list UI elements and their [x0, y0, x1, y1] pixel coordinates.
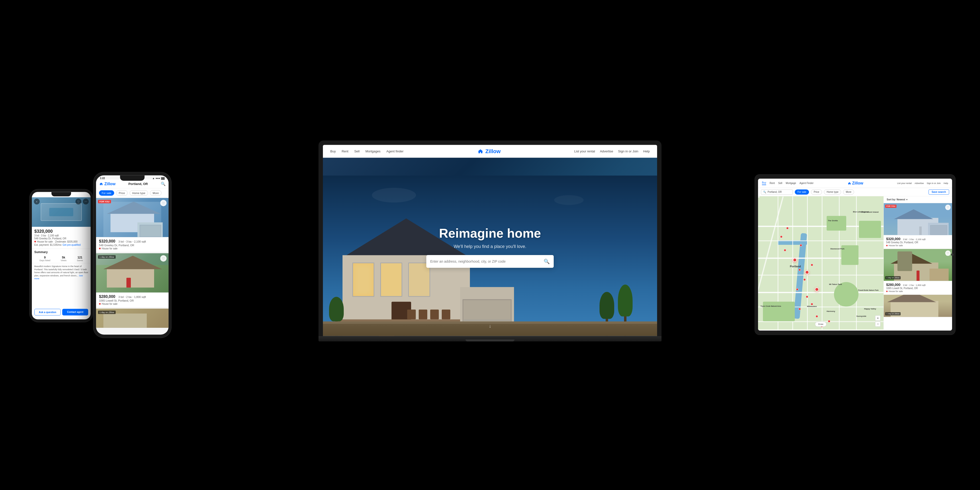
tablet-status-dot-1: [886, 245, 888, 246]
tablet-listing-1[interactable]: FOR YOU ♡ $320,000 3 bd · 3 ba ·: [884, 203, 952, 249]
ps-contact-agent-button[interactable]: Contact agent: [62, 309, 88, 315]
map-pin-10[interactable]: [811, 303, 813, 305]
map-pin-4[interactable]: [800, 244, 802, 247]
map-pin-featured[interactable]: [793, 258, 797, 262]
map-pin-featured-3[interactable]: [815, 287, 819, 291]
park-3: [834, 282, 859, 307]
tablet-listing-2-save[interactable]: ♡: [945, 250, 951, 256]
map-pin-5[interactable]: [799, 269, 801, 271]
laptop-hero-subtitle: We'll help you find a place you'll love.: [426, 244, 554, 249]
park-4: [763, 302, 795, 321]
laptop-device: Buy Rent Sell Mortgages Agent finder Zil…: [318, 141, 662, 342]
ps-prequalify[interactable]: Get pre-qualified: [62, 243, 81, 246]
tablet-nav-sell[interactable]: Sell: [778, 182, 782, 185]
map-pin-12[interactable]: [816, 315, 818, 318]
laptop-nav-buy[interactable]: Buy: [330, 150, 336, 153]
phone-large-filter-home-type[interactable]: Home type: [130, 190, 148, 196]
phone-large-filter-more[interactable]: More: [150, 190, 161, 196]
tablet-filter-bar: 🔍 Portland, OR For sale Price Home type …: [758, 188, 952, 196]
laptop-nav-mortgages[interactable]: Mortgages: [366, 150, 380, 153]
tablet-map-zoom-in[interactable]: +: [875, 315, 881, 321]
tablet-logo-icon: [848, 182, 851, 185]
map-pin-11[interactable]: [799, 308, 801, 310]
phone-large-card-1-badge: FOR YOU: [98, 200, 111, 204]
phone-large-card-1-save[interactable]: ♡: [160, 200, 167, 206]
ps-heart-button[interactable]: ♡: [75, 199, 81, 205]
tablet-listing-2-info: $280,000 3 bd · 2 ba · 1,800 sqft 1065 L…: [884, 281, 952, 294]
tablet-search-box[interactable]: 🔍 Portland, OR: [761, 189, 793, 194]
laptop-nav-sell[interactable]: Sell: [354, 150, 360, 153]
laptop-nav-right: List your rental Advertise Sign in or Jo…: [574, 150, 650, 153]
tablet-status-dot-2: [886, 291, 888, 292]
tablet-zillow-logo[interactable]: Zillow: [848, 181, 863, 186]
tablet-nav-signin[interactable]: Sign in or Join: [927, 182, 940, 185]
search-icon[interactable]: 🔍: [544, 258, 550, 264]
map-label-blue-lake: Blue Lake Regional: [853, 211, 869, 213]
map-label-portland: Portland: [790, 265, 801, 268]
map-pin-8[interactable]: [796, 288, 799, 291]
phone-large-filter-price[interactable]: Price: [116, 190, 128, 196]
phone-large-card-1-status: House for sale: [99, 247, 165, 250]
laptop-nav-signin[interactable]: Sign in or Join: [618, 150, 638, 153]
tablet-listing-3[interactable]: 1 day on Zillow: [884, 295, 952, 317]
phone-large-outer: 1:22 ▲ ●●● ▓▓ Zillow Portland: [93, 172, 172, 338]
map-pin-3[interactable]: [784, 249, 786, 251]
tablet-listing-1-save[interactable]: ♡: [945, 205, 951, 210]
laptop-search-input[interactable]: [430, 259, 544, 263]
map-pin-6[interactable]: [811, 264, 813, 266]
phone-large-card-3[interactable]: 1 day on Zillow: [96, 309, 169, 328]
tablet-listing-2[interactable]: 1 day on Zillow ♡ $280,000 3 bd · 2 ba ·: [884, 249, 952, 295]
tablet-filter-price[interactable]: Price: [811, 189, 822, 194]
tablet-nav-help[interactable]: Help: [943, 182, 948, 185]
laptop-nav-list-rental[interactable]: List your rental: [574, 150, 595, 153]
phone-large-zillow-logo[interactable]: Zillow: [99, 181, 115, 186]
ps-status-dot: [34, 241, 36, 243]
phone-large-search-icon[interactable]: 🔍: [161, 181, 165, 186]
map-pin-9[interactable]: [806, 296, 808, 298]
tablet-filter-for-sale[interactable]: For sale: [795, 189, 809, 194]
ps-share-button[interactable]: ⋯: [83, 199, 89, 205]
laptop-nav-advertise[interactable]: Advertise: [600, 150, 613, 153]
laptop-hero-title: Reimagine home: [426, 226, 554, 240]
tablet-nav-rent[interactable]: Rent: [770, 182, 775, 185]
tablet-sort-label[interactable]: Sort by: Newest: [887, 198, 905, 201]
phone-large-filter-for-sale[interactable]: For sale: [99, 190, 114, 196]
phone-large-card-2-save[interactable]: ♡: [160, 255, 167, 262]
laptop-nav-help[interactable]: Help: [643, 150, 650, 153]
tablet-save-search-button[interactable]: Save search: [929, 189, 949, 194]
tablet-listings-panel: Sort by: Newest ▾: [883, 196, 952, 329]
map-pin-7[interactable]: [803, 278, 806, 281]
phone-large-card-2[interactable]: 1 day on Zillow ♡ $280,000 3 bd · 2 ba ·…: [96, 253, 169, 307]
ps-back-button[interactable]: ‹: [34, 199, 40, 205]
phone-large-card-1[interactable]: FOR YOU ♡ $320,000 3 bd · 3 ba · 2,100 s…: [96, 198, 169, 252]
laptop-nav-agent-finder[interactable]: Agent finder: [387, 150, 404, 153]
tablet-nav-mortgage[interactable]: Mortgage: [786, 182, 796, 185]
phone-large-location[interactable]: Portland, OR: [128, 182, 148, 186]
tablet-map-background: Government Island The Grotto Stanwood Pa…: [758, 196, 883, 329]
tablet-nav-agent[interactable]: Agent Finder: [799, 182, 813, 185]
tablet-listing-2-badge: 1 day on Zillow: [885, 276, 900, 279]
tablet-map[interactable]: Government Island The Grotto Stanwood Pa…: [758, 196, 883, 329]
road-h-2: [758, 240, 883, 241]
tablet-listing-1-badge: FOR YOU: [885, 205, 896, 208]
tablet-listing-1-address: 548 Greeley Dr, Portland, OR: [886, 241, 950, 244]
tablet-filter-more[interactable]: More: [843, 189, 854, 194]
tablet-nav-list-rental[interactable]: List your rental: [897, 182, 912, 185]
map-label-powell-butte: Powell Butte Nature Park: [858, 290, 878, 291]
map-pin-13[interactable]: [828, 320, 830, 323]
map-pin-featured-2[interactable]: [805, 270, 809, 274]
tablet-nav-left: Buy Rent Sell Mortgage Agent Finder: [762, 181, 814, 185]
tablet-nav-buy[interactable]: Buy: [762, 181, 766, 185]
tablet-nav-advertise[interactable]: Advertise: [915, 182, 924, 185]
laptop-hero-content: Reimagine home We'll help you find a pla…: [426, 226, 554, 268]
laptop-zillow-logo[interactable]: Zillow: [477, 148, 501, 154]
map-pin-2[interactable]: [780, 235, 783, 238]
map-pin-1[interactable]: [786, 227, 789, 229]
tablet-draw-button[interactable]: Draw: [815, 322, 826, 326]
tablet-map-zoom-out[interactable]: −: [875, 321, 881, 326]
tablet-listing-2-image: 1 day on Zillow ♡: [884, 249, 952, 281]
ps-ask-question-button[interactable]: Ask a question: [34, 309, 61, 315]
tablet-filter-home-type[interactable]: Home type: [824, 189, 841, 194]
ps-nav-icons: ‹ ♡ ⋯: [32, 199, 91, 205]
laptop-nav-rent[interactable]: Rent: [342, 150, 348, 153]
